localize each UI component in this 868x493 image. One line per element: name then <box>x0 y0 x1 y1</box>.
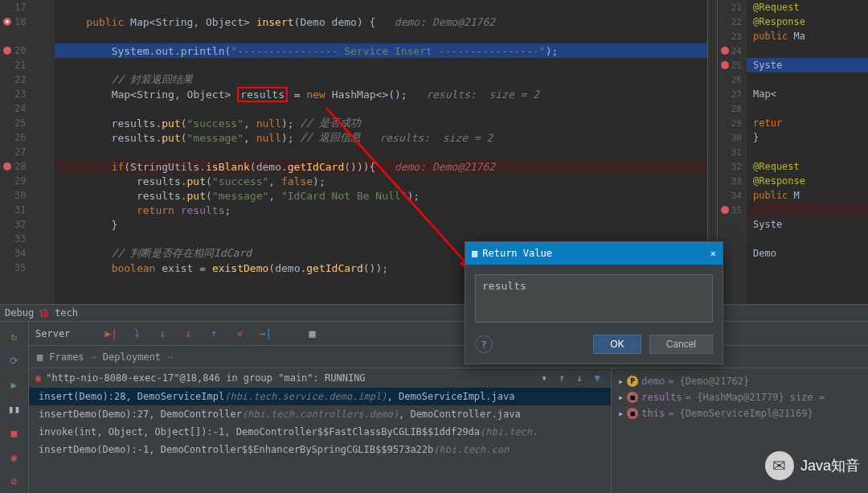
bug-icon: 🐞 <box>39 308 50 318</box>
stack-frame[interactable]: invoke(int, Object, Object[]):-1, DemoCo… <box>29 423 611 441</box>
server-tab[interactable]: Server <box>35 328 70 339</box>
dialog-titlebar[interactable]: ▦ Return Value ✕ <box>465 242 723 265</box>
expression-input[interactable] <box>475 274 713 323</box>
return-value-dialog: ▦ Return Value ✕ ? OK Cancel <box>465 241 723 364</box>
frames-tab-icon: ▦ <box>37 351 43 363</box>
thread-selector[interactable]: ◉ "http-nio-8080-exec-17"@18,846 in grou… <box>29 368 611 388</box>
force-step-into-icon[interactable]: ↓ <box>179 325 197 343</box>
mute-breakpoints-icon[interactable]: ⊘ <box>5 471 24 491</box>
debug-sub-toolbar: ▦ Frames → Deployment → <box>29 346 868 368</box>
watermark: ✉ Java知音 <box>765 451 860 480</box>
debug-sidebar: ↻ ⟳ ▶ ▮▮ ■ ◉ ⊘ <box>0 322 29 493</box>
dialog-title: Return Value <box>482 248 552 259</box>
cancel-button[interactable]: Cancel <box>649 335 713 354</box>
help-icon[interactable]: ? <box>475 335 493 353</box>
frames-list[interactable]: ◉ "http-nio-8080-exec-17"@18,846 in grou… <box>29 368 611 493</box>
step-out-icon[interactable]: ↑ <box>205 325 223 343</box>
view-breakpoints-icon[interactable]: ◉ <box>5 447 24 466</box>
prev-frame-icon[interactable]: ↑ <box>555 372 569 384</box>
debug-config-name: tech <box>55 307 78 318</box>
dropdown-icon[interactable]: ▾ <box>537 372 551 384</box>
frames-tab[interactable]: Frames <box>49 351 84 363</box>
stack-frame[interactable]: insertDemo(Demo):-1, DemoController$$Enh… <box>29 441 611 458</box>
variable-row[interactable]: ▸■this = {DemoServiceImpl@21169} <box>618 405 862 421</box>
dialog-icon: ▦ <box>472 248 477 259</box>
preview-editor: 212223242526272829303132333435 @Request … <box>717 0 868 304</box>
debug-tab-label[interactable]: Debug <box>5 307 34 318</box>
deployment-tab[interactable]: Deployment <box>103 351 161 363</box>
rerun-icon[interactable]: ↻ <box>5 327 24 346</box>
editor-area: 171820212223242526272829303132333435 pub… <box>0 0 868 304</box>
close-icon[interactable]: ✕ <box>710 248 716 259</box>
refresh-icon[interactable]: ⟳ <box>5 351 24 370</box>
variable-row[interactable]: ▸■results = {HashMap@21779} size = <box>618 389 862 405</box>
debug-tab-bar: Debug 🐞 tech <box>0 304 868 322</box>
filter-icon[interactable]: ▼ <box>590 372 604 384</box>
stack-frame[interactable]: insertDemo(Demo):27, DemoController (hbi… <box>29 405 611 423</box>
variable-row[interactable]: ▸Pdemo = {Demo@21762} <box>618 373 862 389</box>
debug-toolbar: Server ▶| ⤵ ↓ ↓ ↑ ✕ →| ▦ <box>29 322 868 346</box>
pause-icon[interactable]: ▮▮ <box>5 399 24 418</box>
step-into-icon[interactable]: ↓ <box>154 325 171 343</box>
debug-panel: ↻ ⟳ ▶ ▮▮ ■ ◉ ⊘ Server ▶| ⤵ ↓ ↓ ↑ ✕ →| ▦ … <box>0 322 868 493</box>
drop-frame-icon[interactable]: ✕ <box>231 325 248 343</box>
run-to-cursor-icon[interactable]: →| <box>256 325 274 343</box>
stop-icon[interactable]: ■ <box>5 423 24 442</box>
stack-frame[interactable]: insert(Demo):28, DemoServiceImpl (hbi.te… <box>29 388 611 405</box>
variable-highlight: results <box>237 87 288 102</box>
evaluate-expression-icon[interactable]: ▦ <box>303 325 321 343</box>
wechat-icon: ✉ <box>765 451 794 480</box>
step-over-icon[interactable]: ⤵ <box>128 325 145 343</box>
resume-icon[interactable]: ▶ <box>5 375 24 394</box>
next-frame-icon[interactable]: ↓ <box>572 372 587 384</box>
ok-button[interactable]: OK <box>593 335 641 354</box>
gutter: 171820212223242526272829303132333435 <box>0 0 55 304</box>
show-exec-point-icon[interactable]: ▶| <box>102 325 120 343</box>
